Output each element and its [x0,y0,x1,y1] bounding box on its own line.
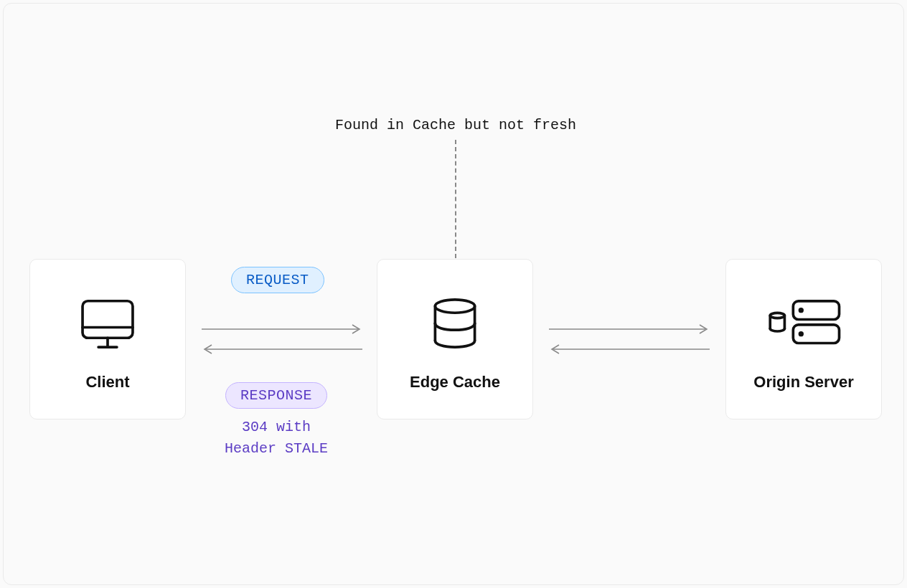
response-detail-text: 304 with Header STALE [205,417,348,460]
svg-point-7 [800,309,803,312]
diagram-canvas: Found in Cache but not fresh Client [3,3,904,585]
node-origin-label: Origin Server [753,373,853,392]
node-client-label: Client [85,373,129,392]
dashed-connector [455,140,456,258]
arrow-origin-to-edge [546,342,713,356]
svg-point-9 [800,333,803,336]
database-icon [412,284,498,363]
response-label-pill: RESPONSE [225,382,327,409]
request-label-pill: REQUEST [231,267,324,293]
arrow-edge-to-client [199,342,365,356]
response-detail-line1: 304 with [242,419,311,435]
server-stack-icon [761,284,847,363]
svg-rect-0 [83,301,133,338]
annotation-cache-stale: Found in Cache but not fresh [334,117,578,133]
node-origin-server: Origin Server [725,259,882,419]
monitor-icon [65,284,151,363]
arrow-client-to-edge [199,322,365,336]
node-edge-label: Edge Cache [410,373,500,392]
svg-point-5 [770,313,784,318]
arrow-edge-to-origin [546,322,713,336]
svg-point-4 [435,300,474,313]
node-client: Client [29,259,186,419]
response-detail-line2: Header STALE [225,440,328,457]
node-edge-cache: Edge Cache [377,259,533,419]
